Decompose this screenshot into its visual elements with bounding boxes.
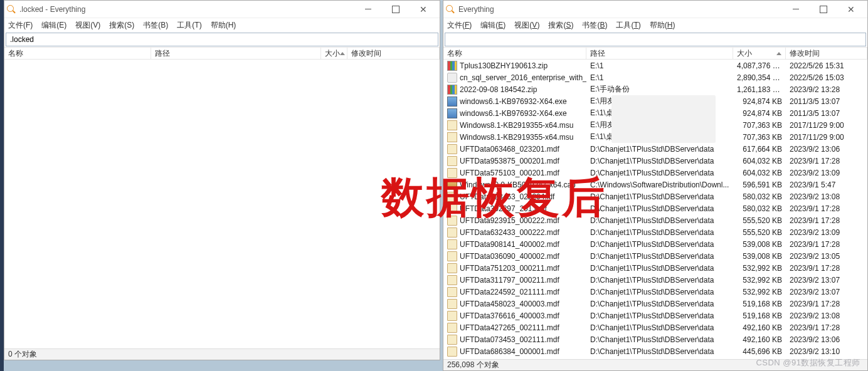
file-modified: 2023/9/2 13:28 bbox=[786, 85, 856, 94]
file-size: 492,160 KB bbox=[733, 323, 786, 332]
table-row[interactable]: UFTData632433_000222.mdfD:\Chanjet1\TPlu… bbox=[443, 226, 867, 238]
maximize-button[interactable] bbox=[382, 1, 410, 18]
file-size: 539,008 KB bbox=[733, 240, 786, 249]
table-row[interactable]: UFTData376616_400003.mdfD:\Chanjet1\TPlu… bbox=[443, 310, 867, 321]
table-row[interactable]: UFTData311797_000211.mdfD:\Chanjet1\TPlu… bbox=[443, 274, 867, 286]
minimize-button[interactable] bbox=[782, 1, 810, 18]
menu-tools[interactable]: 工具(T) bbox=[616, 20, 640, 31]
file-modified: 2023/9/1 17:28 bbox=[786, 323, 856, 332]
table-row[interactable]: UFTData908141_400002.mdfD:\Chanjet1\TPlu… bbox=[443, 238, 867, 250]
file-name: UFTData953875_000201.mdf bbox=[460, 157, 559, 165]
table-row[interactable]: UFTData063468_023201.mdfD:\Chanjet1\TPlu… bbox=[443, 143, 867, 155]
col-size[interactable]: 大小 bbox=[321, 48, 347, 59]
column-headers: 名称 路径 大小 修改时间 bbox=[4, 47, 440, 60]
file-path: D:\Chanjet1\TPlusStd\DBServer\data bbox=[586, 216, 733, 225]
titlebar[interactable]: Everything ✕ bbox=[443, 1, 867, 18]
col-path[interactable]: 路径 bbox=[586, 48, 733, 59]
table-row[interactable]: UFTData575103_000201.mdfD:\Chanjet1\TPlu… bbox=[443, 167, 867, 179]
file-path: E:\1 bbox=[586, 61, 733, 70]
file-name: windows6.1-KB976932-X64.exe bbox=[460, 109, 567, 118]
menu-view[interactable]: 视图(V) bbox=[514, 20, 539, 31]
window-everything: Everything ✕ 文件(F) 编辑(E) 视图(V) 搜索(S) 书签(… bbox=[443, 0, 868, 371]
file-icon bbox=[447, 239, 457, 249]
menu-bookmarks[interactable]: 书签(B) bbox=[143, 20, 168, 31]
file-size: 580,032 KB bbox=[733, 192, 786, 201]
menu-file[interactable]: 文件(F) bbox=[447, 20, 472, 31]
table-row[interactable]: UFTData953875_000201.mdfD:\Chanjet1\TPlu… bbox=[443, 155, 867, 167]
table-row[interactable]: UFTData751203_000211.mdfD:\Chanjet1\TPlu… bbox=[443, 262, 867, 274]
close-button[interactable]: ✕ bbox=[410, 1, 437, 18]
table-row[interactable]: UFTData923915_000222.mdfD:\Chanjet1\TPlu… bbox=[443, 214, 867, 226]
col-modified[interactable]: 修改时间 bbox=[347, 48, 440, 59]
result-list bbox=[4, 60, 440, 348]
col-name[interactable]: 名称 bbox=[443, 48, 586, 59]
table-row[interactable]: UFTData458023_400003.mdfD:\Chanjet1\TPlu… bbox=[443, 298, 867, 310]
file-name: UFTData923915_000222.mdf bbox=[460, 216, 559, 225]
file-path: D:\Chanjet1\TPlusStd\DBServer\data bbox=[586, 347, 733, 356]
table-row[interactable]: UFTData302297_201.mdfD:\Chanjet1\TPlusSt… bbox=[443, 202, 867, 214]
menu-search[interactable]: 搜索(S) bbox=[109, 20, 134, 31]
file-name: Windows10.0-KB5029247-x64.cab bbox=[460, 180, 576, 189]
status-text: 256,098 个对象 bbox=[447, 360, 499, 370]
file-modified: 2011/3/5 13:07 bbox=[786, 97, 856, 106]
menu-search[interactable]: 搜索(S) bbox=[548, 20, 573, 31]
file-size: 580,032 KB bbox=[733, 204, 786, 213]
file-size: 532,992 KB bbox=[733, 288, 786, 296]
file-icon bbox=[447, 275, 457, 285]
file-icon bbox=[447, 299, 457, 309]
menu-help[interactable]: 帮助(H) bbox=[650, 20, 675, 31]
file-size: 4,087,376 KB bbox=[733, 61, 786, 70]
table-row[interactable]: Tplus130BZHY190613.zipE:\14,087,376 KB20… bbox=[443, 60, 867, 71]
menu-edit[interactable]: 编辑(E) bbox=[480, 20, 505, 31]
file-modified: 2023/9/2 13:05 bbox=[786, 252, 856, 261]
menu-tools[interactable]: 工具(T) bbox=[177, 20, 201, 31]
file-size: 604,032 KB bbox=[733, 169, 786, 177]
minimize-button[interactable] bbox=[354, 1, 382, 18]
table-row[interactable]: UFTData224592_021111.mdfD:\Chanjet1\TPlu… bbox=[443, 286, 867, 298]
file-name: UFTData632433_000222.mdf bbox=[460, 228, 559, 237]
file-path: D:\Chanjet1\TPlusStd\DBServer\data bbox=[586, 169, 733, 177]
col-modified[interactable]: 修改时间 bbox=[786, 48, 867, 59]
search-input[interactable] bbox=[9, 34, 435, 44]
searchbar[interactable] bbox=[445, 33, 866, 46]
col-size[interactable]: 大小 bbox=[733, 48, 786, 59]
file-name: UFTData686384_000001.mdf bbox=[460, 347, 559, 356]
table-row[interactable]: UFTData073453_002111.mdfD:\Chanjet1\TPlu… bbox=[443, 333, 867, 345]
menubar: 文件(F) 编辑(E) 视图(V) 搜索(S) 书签(B) 工具(T) 帮助(H… bbox=[4, 18, 440, 32]
menu-bookmarks[interactable]: 书签(B) bbox=[582, 20, 607, 31]
table-row[interactable]: 2022-09-08 184542.zipE:\手动备份1,261,183 KB… bbox=[443, 83, 867, 95]
file-icon bbox=[447, 347, 457, 357]
col-path[interactable]: 路径 bbox=[151, 48, 321, 59]
menu-file[interactable]: 文件(F) bbox=[8, 20, 33, 31]
file-icon bbox=[447, 227, 457, 238]
searchbar[interactable] bbox=[6, 33, 438, 46]
file-name: Tplus130BZHY190613.zip bbox=[460, 61, 548, 70]
file-path: D:\Chanjet1\TPlusStd\DBServer\data bbox=[586, 300, 733, 308]
menu-help[interactable]: 帮助(H) bbox=[211, 20, 236, 31]
close-button[interactable]: ✕ bbox=[837, 1, 865, 18]
col-name[interactable]: 名称 bbox=[4, 48, 151, 59]
file-modified: 2023/9/2 13:06 bbox=[786, 145, 856, 154]
file-modified: 2017/11/29 9:00 bbox=[786, 133, 856, 142]
table-row[interactable]: Windows10.0-KB5029247-x64.cabC:\Windows\… bbox=[443, 179, 867, 191]
file-name: Windows8.1-KB2919355-x64.msu bbox=[460, 133, 573, 142]
file-icon bbox=[447, 108, 457, 118]
table-row[interactable]: UFTData427265_002111.mdfD:\Chanjet1\TPlu… bbox=[443, 321, 867, 333]
file-size: 539,008 KB bbox=[733, 252, 786, 261]
titlebar[interactable]: .locked - Everything ✕ bbox=[4, 1, 440, 18]
menu-edit[interactable]: 编辑(E) bbox=[41, 20, 66, 31]
table-row[interactable]: UFTData223463_022204.ldfD:\Chanjet1\TPlu… bbox=[443, 191, 867, 202]
table-row[interactable]: UFTData686384_000001.mdfD:\Chanjet1\TPlu… bbox=[443, 345, 867, 357]
file-icon bbox=[447, 97, 457, 107]
file-modified: 2023/9/1 17:28 bbox=[786, 240, 856, 249]
file-name: 2022-09-08 184542.zip bbox=[460, 85, 537, 94]
table-row[interactable]: cn_sql_server_2016_enterprise_with_se...… bbox=[443, 71, 867, 83]
maximize-button[interactable] bbox=[810, 1, 837, 18]
file-modified: 2023/9/2 13:08 bbox=[786, 192, 856, 201]
menu-view[interactable]: 视图(V) bbox=[75, 20, 100, 31]
file-name: UFTData908141_400002.mdf bbox=[460, 240, 559, 249]
search-input[interactable] bbox=[448, 34, 863, 44]
file-path: D:\Chanjet1\TPlusStd\DBServer\data bbox=[586, 145, 733, 154]
table-row[interactable]: UFTData036090_400002.mdfD:\Chanjet1\TPlu… bbox=[443, 250, 867, 262]
file-size: 492,160 KB bbox=[733, 335, 786, 344]
